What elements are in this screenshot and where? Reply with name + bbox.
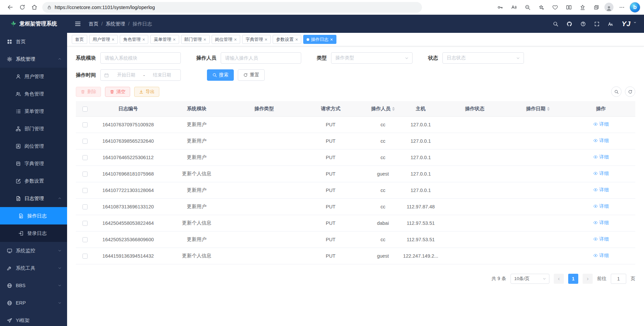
page-size-select[interactable]: 10条/页 [511,274,549,284]
close-icon[interactable]: × [204,37,206,42]
reset-button[interactable]: 重置 [238,69,265,81]
row-checkbox[interactable] [83,122,88,127]
row-checkbox[interactable] [83,155,88,160]
github-button[interactable] [567,21,572,27]
row-checkbox[interactable] [83,254,88,259]
sidebar-item-system-tools[interactable]: 系统工具 [0,259,67,277]
export-button[interactable]: 导出 [134,87,159,97]
operator-input[interactable] [221,52,301,64]
sidebar-item-home[interactable]: 首页 [0,33,67,50]
close-icon[interactable]: × [173,37,175,42]
clear-button[interactable]: 清空 [105,87,130,97]
toggle-search-button[interactable] [611,86,622,97]
sidebar-item-bbs[interactable]: BBS [0,277,67,294]
sidebar-item-menu-mgmt[interactable]: 菜单管理 [0,103,67,120]
bing-icon[interactable]: b [630,2,640,12]
sidebar-item-dict-mgmt[interactable]: 字典管理 [0,155,67,172]
tab-user-mgmt[interactable]: 用户管理× [89,35,118,44]
search-button[interactable]: 搜索 [207,69,234,81]
tab-role-mgmt[interactable]: 角色管理× [120,35,148,44]
date-range-picker[interactable]: 开始日期 - 结束日期 [100,69,181,81]
row-checkbox[interactable] [83,139,88,144]
sidebar-item-yi-framework[interactable]: Yi框架 [0,312,67,326]
breadcrumb-item[interactable]: 系统管理 [106,21,125,27]
sidebar-item-param-settings[interactable]: 参数设置 [0,172,67,190]
breadcrumb-item[interactable]: 首页 [89,21,98,27]
detail-link[interactable]: 详细 [593,220,609,226]
close-icon[interactable]: × [112,37,114,42]
detail-link[interactable]: 详细 [593,203,609,209]
user-logo[interactable]: YJ [622,20,631,28]
add-favorite-button[interactable] [536,2,547,13]
close-icon[interactable]: × [295,37,298,42]
sidebar-item-oper-log[interactable]: 操作日志 [0,207,67,224]
password-button[interactable] [494,2,505,13]
refresh-button[interactable] [16,1,28,13]
row-checkbox[interactable] [83,172,88,177]
profile-avatar[interactable] [604,3,613,12]
detail-link[interactable]: 详细 [593,154,609,160]
detail-link[interactable]: 详细 [593,138,609,144]
read-aloud-button[interactable] [508,2,519,13]
tab-param-settings[interactable]: 参数设置× [273,35,301,44]
row-checkbox[interactable] [83,221,88,226]
module-input[interactable] [100,52,181,64]
detail-link[interactable]: 详细 [593,253,609,259]
row-checkbox[interactable] [83,237,88,242]
browser-menu-button[interactable] [616,2,627,13]
delete-button[interactable]: 删除 [76,87,101,97]
sidebar-item-post-mgmt[interactable]: 岗位管理 [0,137,67,155]
type-select[interactable]: 操作类型 [331,52,413,64]
select-all-checkbox[interactable] [83,107,88,112]
browser-essentials-button[interactable] [549,2,560,13]
tab-oper-log[interactable]: 操作日志× [303,35,336,44]
sidebar-item-role-mgmt[interactable]: 角色管理 [0,85,67,103]
col-date[interactable]: 操作日期 [509,101,567,116]
detail-link[interactable]: 详细 [593,171,609,177]
sidebar-item-login-log[interactable]: 登录日志 [0,224,67,242]
favorites-button[interactable] [577,2,588,13]
sidebar-item-user-mgmt[interactable]: 用户管理 [0,68,67,85]
font-size-button[interactable] [608,21,613,27]
refresh-table-button[interactable] [625,86,635,97]
header-search-button[interactable] [553,21,558,27]
split-screen-button[interactable] [563,2,574,13]
tab-home[interactable]: 首页 [72,35,87,44]
row-checkbox[interactable] [83,204,88,209]
close-icon[interactable]: × [265,37,267,42]
back-button[interactable] [4,1,16,13]
collections-button[interactable] [591,2,602,13]
close-icon[interactable]: × [330,37,333,42]
page-number-button[interactable]: 1 [568,274,578,284]
sidebar-item-system-monitor[interactable]: 系统监控 [0,242,67,259]
sidebar-item-log-mgmt[interactable]: 日志管理 [0,190,67,207]
row-checkbox[interactable] [83,188,88,193]
sidebar-item-erp[interactable]: ERP [0,294,67,312]
next-page-button[interactable]: › [583,274,593,284]
zoom-button[interactable] [522,2,533,13]
detail-link[interactable]: 详细 [593,121,609,127]
tab-dept-mgmt[interactable]: 部门管理× [181,35,210,44]
tab-dict-mgmt[interactable]: 字典管理× [242,35,271,44]
status-select[interactable]: 日志状态 [442,52,524,64]
user-menu-caret[interactable] [633,21,637,24]
detail-link[interactable]: 详细 [593,236,609,242]
sidebar-item-dept-mgmt[interactable]: 部门管理 [0,120,67,137]
menu-fold-button[interactable] [74,20,81,27]
goto-page-input[interactable] [611,274,626,284]
detail-link[interactable]: 详细 [593,187,609,193]
tab-menu-mgmt[interactable]: 菜单管理× [150,35,179,44]
home-button[interactable] [28,1,40,13]
sort-caret[interactable] [392,107,395,111]
prev-page-button[interactable]: ‹ [554,274,564,284]
close-icon[interactable]: × [142,37,145,42]
col-operator[interactable]: 操作人员 [365,101,401,116]
tab-post-mgmt[interactable]: 岗位管理× [212,35,240,44]
help-button[interactable] [580,21,586,27]
fullscreen-button[interactable] [594,21,600,27]
sort-caret[interactable] [547,107,550,111]
sidebar-item-system-mgmt[interactable]: 系统管理 [0,50,67,68]
address-bar[interactable]: https://ccnetcore.com:1101/system/log/op… [42,2,422,13]
cell-status [440,133,509,149]
close-icon[interactable]: × [234,37,237,42]
